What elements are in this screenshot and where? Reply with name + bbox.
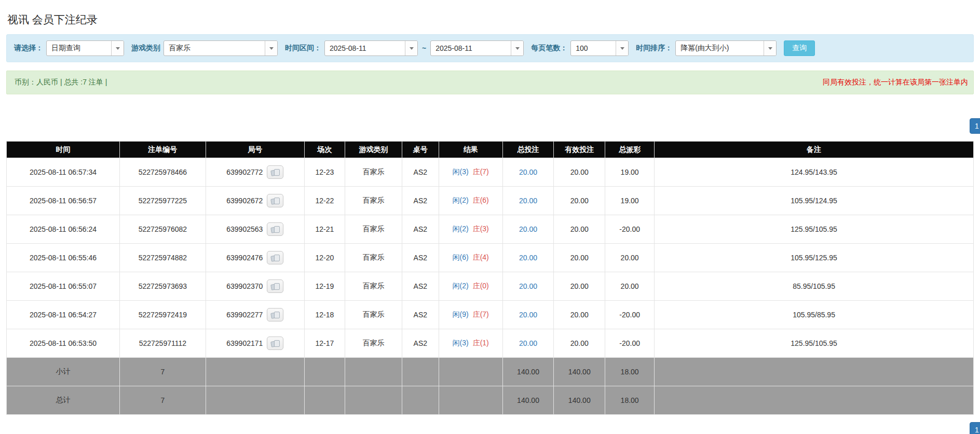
- subtotal-label: 小计: [7, 358, 120, 386]
- empty-cell: [439, 358, 502, 386]
- page-1-button[interactable]: 1: [970, 118, 980, 134]
- page-size-label: 每页笔数：: [531, 44, 567, 53]
- remark-cell: 125.95/105.95: [655, 215, 974, 244]
- total-bet-link[interactable]: 20.00: [519, 339, 537, 347]
- result-player: 闲(9): [453, 310, 469, 318]
- result-player: 闲(3): [453, 339, 469, 347]
- page-size-combo[interactable]: 100: [570, 40, 629, 56]
- bets-table: 时间 注单编号 局号 场次 游戏类别 桌号 结果 总投注 有效投注 总派彩 备注…: [6, 141, 974, 415]
- result-cell: 闲(3) 庄(7): [439, 158, 502, 187]
- empty-cell: [345, 358, 402, 386]
- valid-bet-cell: 20.00: [554, 301, 605, 329]
- round-number: 639902672: [226, 197, 263, 205]
- replay-video-icon[interactable]: [267, 279, 283, 293]
- total-bet-link[interactable]: 20.00: [519, 311, 537, 319]
- game-type-combo[interactable]: 百家乐: [164, 40, 278, 56]
- bet-id-cell: 522725972419: [119, 301, 206, 329]
- subtotal-total-bet: 140.00: [502, 358, 554, 386]
- total-bet-link[interactable]: 20.00: [519, 197, 537, 205]
- session-cell: 12-20: [304, 244, 345, 272]
- page-title: 视讯 会员下注纪录: [7, 12, 974, 27]
- table-no-cell: AS2: [402, 187, 439, 215]
- col-bet-id: 注单编号: [119, 142, 206, 158]
- replay-video-icon[interactable]: [267, 251, 283, 264]
- chevron-down-icon[interactable]: [764, 41, 776, 55]
- session-cell: 12-17: [304, 329, 345, 358]
- valid-bet-cell: 20.00: [554, 215, 605, 244]
- sort-order-value: 降冪(由大到小): [676, 41, 764, 55]
- replay-video-icon[interactable]: [267, 222, 283, 236]
- empty-cell: [402, 358, 439, 386]
- filter-bar: 请选择： 日期查询 游戏类别 百家乐 时间区间： 2025-08-11 ~ 20…: [6, 34, 974, 62]
- round-cell: 639902171: [206, 329, 304, 358]
- remark-cell: 85.95/105.95: [655, 272, 974, 301]
- col-payout: 总派彩: [605, 142, 655, 158]
- bet-id-cell: 522725977225: [119, 187, 206, 215]
- total-bet-link[interactable]: 20.00: [519, 254, 537, 262]
- result-cell: 闲(3) 庄(1): [439, 329, 502, 358]
- result-cell: 闲(2) 庄(6): [439, 187, 502, 215]
- replay-video-icon[interactable]: [267, 194, 283, 207]
- page-1-button[interactable]: 1: [970, 422, 980, 434]
- table-no-cell: AS2: [402, 329, 439, 358]
- game-type-label: 游戏类别: [131, 44, 160, 53]
- game-type-cell: 百家乐: [345, 215, 402, 244]
- search-button[interactable]: 查询: [784, 40, 815, 56]
- time-cell: 2025-08-11 06:55:07: [7, 272, 120, 301]
- subtotal-row: 小计 7 140.00 140.00 18.00: [7, 358, 974, 386]
- replay-video-icon[interactable]: [267, 308, 283, 321]
- session-cell: 12-22: [304, 187, 345, 215]
- bet-id-cell: 522725978466: [119, 158, 206, 187]
- time-cell: 2025-08-11 06:55:46: [7, 244, 120, 272]
- replay-video-icon[interactable]: [267, 165, 283, 179]
- range-separator: ~: [422, 44, 426, 52]
- round-cell: 639902277: [206, 301, 304, 329]
- payout-cell: -20.00: [605, 329, 655, 358]
- round-number: 639902772: [226, 168, 263, 176]
- valid-bet-cell: 20.00: [554, 158, 605, 187]
- game-type-cell: 百家乐: [345, 301, 402, 329]
- col-valid-bet: 有效投注: [554, 142, 605, 158]
- chevron-down-icon[interactable]: [616, 41, 628, 55]
- session-cell: 12-19: [304, 272, 345, 301]
- time-cell: 2025-08-11 06:57:34: [7, 158, 120, 187]
- table-row: 2025-08-11 06:56:57 522725977225 6399026…: [7, 187, 974, 215]
- session-cell: 12-23: [304, 158, 345, 187]
- result-player: 闲(6): [453, 253, 469, 261]
- result-player: 闲(2): [453, 196, 469, 204]
- table-no-cell: AS2: [402, 215, 439, 244]
- result-banker: 庄(4): [473, 253, 489, 261]
- payout-cell: -20.00: [605, 215, 655, 244]
- result-cell: 闲(9) 庄(7): [439, 301, 502, 329]
- total-bet-link[interactable]: 20.00: [519, 225, 537, 233]
- round-number: 639902370: [226, 282, 263, 290]
- col-time: 时间: [7, 142, 120, 158]
- table-row: 2025-08-11 06:55:07 522725973693 6399023…: [7, 272, 974, 301]
- round-number: 639902563: [226, 225, 263, 233]
- date-to-combo[interactable]: 2025-08-11: [430, 40, 524, 56]
- select-label: 请选择：: [14, 44, 43, 53]
- game-type-value: 百家乐: [164, 41, 265, 55]
- currency-total-summary: 币别：人民币 | 总共 :7 注单 |: [15, 78, 107, 87]
- total-bet-cell: 20.00: [502, 301, 554, 329]
- empty-cell: [402, 386, 439, 415]
- sort-order-label: 时间排序：: [636, 44, 672, 53]
- sort-order-combo[interactable]: 降冪(由大到小): [675, 40, 777, 56]
- total-total-bet: 140.00: [502, 386, 554, 415]
- chevron-down-icon[interactable]: [265, 41, 277, 55]
- query-type-combo[interactable]: 日期查询: [46, 40, 124, 56]
- round-number: 639902171: [226, 339, 263, 347]
- table-no-cell: AS2: [402, 301, 439, 329]
- table-footer: 小计 7 140.00 140.00 18.00 总计 7 1: [7, 358, 974, 415]
- chevron-down-icon[interactable]: [405, 41, 417, 55]
- payout-cell: 19.00: [605, 187, 655, 215]
- chevron-down-icon[interactable]: [511, 41, 523, 55]
- date-from-combo[interactable]: 2025-08-11: [324, 40, 418, 56]
- chevron-down-icon[interactable]: [111, 41, 124, 55]
- replay-video-icon[interactable]: [267, 337, 283, 350]
- total-bet-link[interactable]: 20.00: [519, 168, 537, 176]
- result-cell: 闲(2) 庄(0): [439, 272, 502, 301]
- total-bet-link[interactable]: 20.00: [519, 282, 537, 290]
- total-bet-cell: 20.00: [502, 329, 554, 358]
- table-header: 时间 注单编号 局号 场次 游戏类别 桌号 结果 总投注 有效投注 总派彩 备注: [7, 142, 974, 158]
